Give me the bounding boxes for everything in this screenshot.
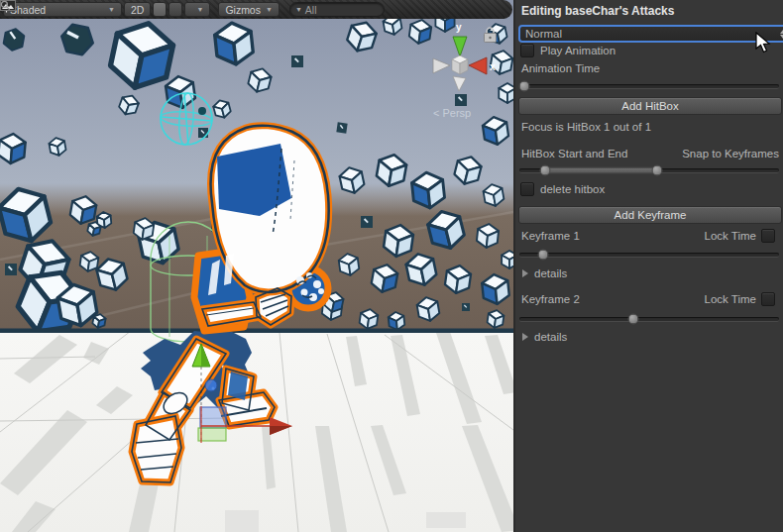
add-keyframe-button[interactable]: Add Keyframe xyxy=(518,206,782,224)
attack-editor-panel: Editing baseChar's Attacks Normal Play A… xyxy=(513,0,783,532)
keyframe-2-slider[interactable] xyxy=(519,317,779,321)
gizmos-label: Gizmos xyxy=(225,4,261,16)
keyframe-1-label: Keyframe 1 xyxy=(521,230,580,242)
snap-to-keyframes-label: Snap to Keyframes xyxy=(682,148,779,160)
scene-view[interactable]: y x < Persp xyxy=(0,0,513,532)
mouse-cursor xyxy=(755,32,771,53)
unity-editor-window: y x < Persp xyxy=(0,0,783,532)
hitbox-focus-text: Focus is HitBox 1 out of 1 xyxy=(521,121,651,133)
add-hitbox-button[interactable]: Add HitBox xyxy=(518,97,782,115)
attack-mode-value: Normal xyxy=(525,28,562,40)
gizmo-center-cube[interactable] xyxy=(452,55,468,74)
keyframe-2-lock-checkbox[interactable] xyxy=(761,292,775,306)
attack-mode-dropdown[interactable]: Normal xyxy=(518,25,783,43)
joint-handle xyxy=(205,379,217,391)
scene-cube[interactable] xyxy=(361,216,373,228)
animation-time-label: Animation Time xyxy=(521,62,600,74)
scene-cube[interactable] xyxy=(198,128,208,138)
keyframe-2-knob[interactable] xyxy=(628,314,639,325)
panel-title: Editing baseChar's Attacks xyxy=(521,4,674,18)
delete-hitbox-label: delete hitbox xyxy=(540,183,605,195)
2d-label: 2D xyxy=(131,4,144,16)
keyframe-2-label: Keyframe 2 xyxy=(521,293,580,305)
hitbox-volume-blue xyxy=(200,407,226,428)
scene-cube[interactable] xyxy=(336,122,347,133)
scene-cube[interactable] xyxy=(462,303,470,311)
floor-edge-line xyxy=(0,329,513,334)
animation-time-slider[interactable] xyxy=(519,84,779,88)
foldout-arrow-icon xyxy=(522,269,528,277)
keyframe-1-details-foldout[interactable]: details xyxy=(522,267,567,279)
scene-search-input[interactable]: ▼ All xyxy=(289,2,385,17)
hitbox-volume-green xyxy=(198,428,226,441)
play-animation-label: Play Animation xyxy=(540,45,615,56)
keyframe-1-knob[interactable] xyxy=(537,250,548,261)
add-keyframe-label: Add Keyframe xyxy=(615,209,687,221)
axis-x-label: x xyxy=(490,61,496,72)
keyframe-2-details-foldout[interactable]: details xyxy=(522,331,567,343)
shading-mode-dropdown[interactable]: Shaded ▼ xyxy=(3,2,122,17)
chevron-down-icon: ▼ xyxy=(266,6,273,13)
delete-hitbox-checkbox[interactable] xyxy=(520,182,534,196)
hitbox-range-label: HitBox Start and End xyxy=(521,148,627,160)
animation-time-knob[interactable] xyxy=(519,81,530,92)
effects-dropdown-button[interactable]: ▼ xyxy=(184,2,210,17)
gizmos-dropdown[interactable]: Gizmos ▼ xyxy=(218,2,280,17)
chevron-down-icon: ▼ xyxy=(108,6,115,13)
keyframe-1-lock-checkbox[interactable] xyxy=(761,229,775,243)
persp-label[interactable]: < Persp xyxy=(433,107,471,119)
hitbox-range-end-knob[interactable] xyxy=(651,165,662,176)
lighting-toggle-button[interactable] xyxy=(153,2,167,17)
keyframe-2-lock-time-label: Lock Time xyxy=(705,293,756,305)
search-icon xyxy=(0,0,11,11)
foldout-arrow-icon xyxy=(522,333,528,341)
scene-cube[interactable] xyxy=(291,55,303,67)
audio-toggle-button[interactable] xyxy=(168,2,182,17)
chevron-down-icon: ▼ xyxy=(295,6,302,13)
chevron-down-icon: ▼ xyxy=(196,6,203,13)
add-hitbox-label: Add HitBox xyxy=(621,100,679,112)
scene-cube[interactable] xyxy=(502,251,513,268)
details-label: details xyxy=(534,267,567,279)
hitbox-range-slider[interactable] xyxy=(519,168,779,172)
axis-y-label: y xyxy=(456,22,462,33)
scene-cube[interactable] xyxy=(455,94,467,106)
2d-toggle-button[interactable]: 2D xyxy=(124,2,151,17)
scene-toolbar: Shaded ▼ 2D xyxy=(0,0,512,19)
details-label: details xyxy=(534,331,567,343)
scene-viewport[interactable]: y x < Persp xyxy=(0,0,513,532)
hitbox-range-fill[interactable] xyxy=(545,167,657,174)
scene-cube[interactable] xyxy=(5,264,17,275)
play-animation-checkbox[interactable] xyxy=(520,44,534,57)
scene-cube[interactable] xyxy=(499,83,513,103)
keyframe-1-lock-time-label: Lock Time xyxy=(705,230,756,242)
hitbox-range-start-knob[interactable] xyxy=(540,165,551,176)
search-value: All xyxy=(305,4,317,16)
keyframe-1-slider[interactable] xyxy=(519,253,779,257)
